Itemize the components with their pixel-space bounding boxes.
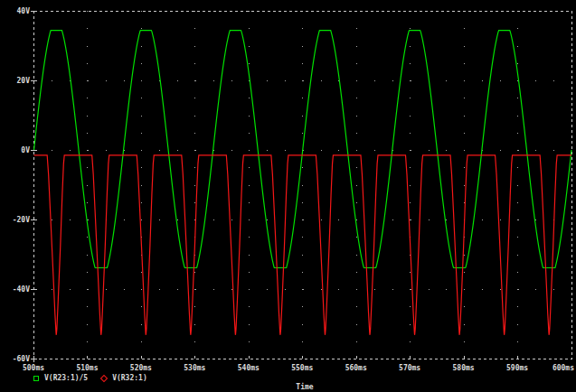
y-tick-label: 20V <box>0 77 30 85</box>
legend-trace-name: V(R32:1) <box>112 374 147 382</box>
trace-marker-diamond-icon <box>100 374 108 381</box>
trace-v-r32-1 <box>34 155 572 335</box>
y-tick-label: -60V <box>0 355 30 363</box>
y-tick-label: 0V <box>0 146 30 154</box>
trace-legend: V(R23:1)/5V(R32:1) <box>33 373 147 383</box>
x-tick-label: 560ms <box>341 364 372 372</box>
waveform-plot <box>0 0 576 392</box>
x-tick-label: 540ms <box>233 364 264 372</box>
trace-v-r23-1-div5 <box>34 31 572 268</box>
x-tick-label: 590ms <box>502 364 533 372</box>
x-axis-title: Time <box>292 383 317 391</box>
legend-item-1[interactable]: V(R23:1)/5 <box>33 374 88 382</box>
x-tick-label: 500ms <box>18 364 49 372</box>
legend-trace-name: V(R23:1)/5 <box>44 374 88 382</box>
x-tick-label: 580ms <box>449 364 479 372</box>
probe-waveform-window: 40V20V0V-20V-40V-60V 500ms510ms520ms530m… <box>0 0 576 392</box>
x-tick-label: 530ms <box>179 364 210 372</box>
x-tick-label: 510ms <box>71 364 102 372</box>
y-tick-label: -40V <box>0 285 30 294</box>
x-tick-label: 550ms <box>287 364 317 372</box>
legend-item-2[interactable]: V(R32:1) <box>101 374 147 382</box>
y-tick-label: 40V <box>0 7 30 15</box>
y-tick-label: -20V <box>0 216 30 224</box>
x-tick-label: 570ms <box>394 364 425 372</box>
trace-marker-square-icon <box>33 376 39 381</box>
x-tick-label: 600ms <box>543 364 574 372</box>
x-tick-label: 520ms <box>126 364 156 372</box>
